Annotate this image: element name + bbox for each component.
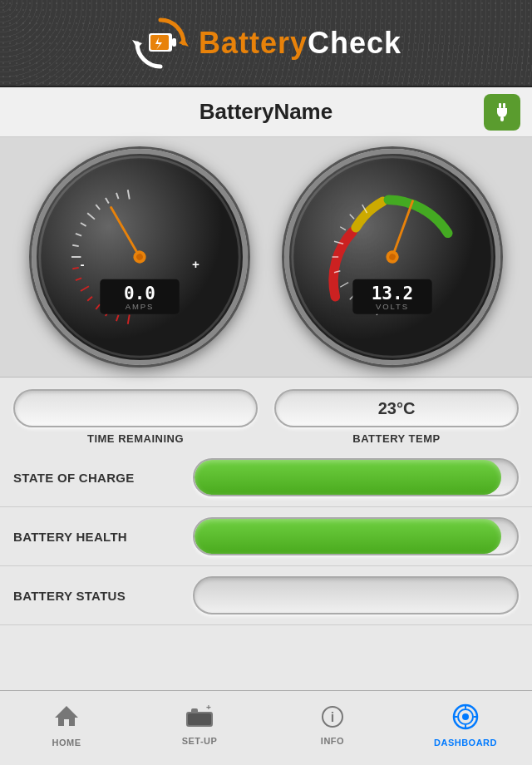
time-remaining-display	[13, 389, 258, 427]
svg-text:VOLTS: VOLTS	[376, 302, 409, 311]
svg-line-11	[116, 315, 119, 321]
svg-marker-52	[55, 706, 78, 726]
svg-line-22	[87, 213, 95, 219]
svg-line-19	[72, 245, 79, 246]
svg-line-46	[392, 201, 412, 257]
svg-text:+: +	[192, 257, 200, 271]
amps-gauge: - + 0.0 AMPS	[32, 149, 248, 365]
svg-line-15	[81, 286, 89, 291]
dashboard-icon	[452, 703, 479, 733]
battery-health-row: BATTERY HEALTH	[0, 507, 532, 566]
svg-line-21	[81, 223, 86, 226]
state-of-charge-fill	[195, 460, 501, 495]
time-temp-row: TIME REMAINING 23°C BATTERY TEMP	[0, 378, 532, 448]
svg-text:-: -	[80, 257, 84, 271]
svg-rect-54	[191, 708, 198, 713]
svg-line-24	[106, 198, 109, 204]
home-icon	[53, 704, 80, 733]
svg-text:i: i	[331, 710, 334, 724]
plug-button[interactable]	[484, 94, 520, 131]
state-of-charge-label: STATE OF CHARGE	[13, 471, 180, 485]
nav-info-label: INFO	[321, 736, 344, 746]
volts-gauge-svg: 13.2 VOLTS	[289, 154, 495, 360]
svg-line-10	[128, 315, 130, 324]
volts-gauge: 13.2 VOLTS	[284, 149, 500, 365]
plug-icon	[491, 101, 513, 123]
battery-temp-box: 23°C BATTERY TEMP	[274, 389, 519, 445]
nav-home[interactable]: HOME	[0, 691, 133, 765]
nav-home-label: HOME	[52, 738, 81, 748]
svg-rect-55	[188, 713, 211, 725]
battery-health-label: BATTERY HEALTH	[13, 530, 180, 544]
battery-health-fill	[195, 519, 501, 554]
nav-setup-label: SET-UP	[182, 736, 218, 746]
amps-gauge-wrapper: - + 0.0 AMPS	[32, 149, 248, 365]
svg-line-13	[96, 304, 100, 309]
svg-line-14	[87, 297, 92, 301]
battery-status-row: BATTERY STATUS	[0, 566, 532, 625]
state-of-charge-row: STATE OF CHARGE	[0, 448, 532, 507]
time-remaining-box: TIME REMAINING	[13, 389, 258, 445]
main-content: BatteryName	[0, 87, 532, 690]
nav-dashboard[interactable]: DASHBOARD	[399, 691, 532, 765]
nav-dashboard-label: DASHBOARD	[434, 738, 497, 748]
battery-temp-value: 23°C	[378, 399, 416, 418]
svg-line-17	[72, 268, 79, 269]
state-of-charge-bar	[193, 458, 519, 496]
amps-gauge-svg: - + 0.0 AMPS	[37, 154, 243, 360]
time-remaining-label: TIME REMAINING	[87, 432, 184, 445]
svg-rect-6	[499, 103, 501, 108]
svg-rect-7	[503, 103, 505, 108]
battery-status-bar	[193, 576, 519, 614]
svg-text:0.0: 0.0	[124, 284, 155, 304]
volts-gauge-wrapper: 13.2 VOLTS	[284, 149, 500, 365]
svg-line-26	[128, 190, 130, 199]
battery-name: BatteryName	[200, 99, 332, 125]
logo-text: BatteryCheck	[199, 26, 401, 61]
gauges-section: - + 0.0 AMPS	[0, 137, 532, 378]
battery-name-bar: BatteryName	[0, 87, 532, 137]
logo-icon	[131, 13, 190, 73]
logo: BatteryCheck	[131, 13, 401, 73]
setup-icon: +	[185, 705, 214, 732]
svg-text:13.2: 13.2	[372, 284, 414, 304]
battery-status-label: BATTERY STATUS	[13, 589, 180, 603]
nav-setup[interactable]: + SET-UP	[133, 691, 266, 765]
nav-info[interactable]: i INFO	[266, 691, 399, 765]
svg-line-25	[116, 193, 119, 199]
svg-rect-3	[172, 38, 176, 47]
svg-line-43	[340, 227, 346, 230]
svg-line-29	[111, 208, 140, 257]
svg-line-23	[96, 205, 100, 210]
battery-health-bar	[193, 517, 519, 555]
app-header: BatteryCheck	[0, 0, 532, 87]
battery-temp-label: BATTERY TEMP	[352, 432, 440, 445]
svg-line-39	[340, 283, 348, 288]
svg-point-61	[462, 713, 469, 720]
battery-temp-display: 23°C	[274, 389, 519, 427]
bottom-nav: HOME + SET-UP i INFO	[0, 690, 532, 765]
svg-line-16	[76, 278, 81, 280]
svg-text:+: +	[206, 705, 211, 712]
svg-line-20	[76, 234, 81, 236]
svg-line-44	[350, 215, 354, 219]
svg-text:AMPS: AMPS	[126, 302, 155, 311]
svg-rect-8	[500, 116, 504, 121]
info-icon: i	[321, 705, 344, 732]
